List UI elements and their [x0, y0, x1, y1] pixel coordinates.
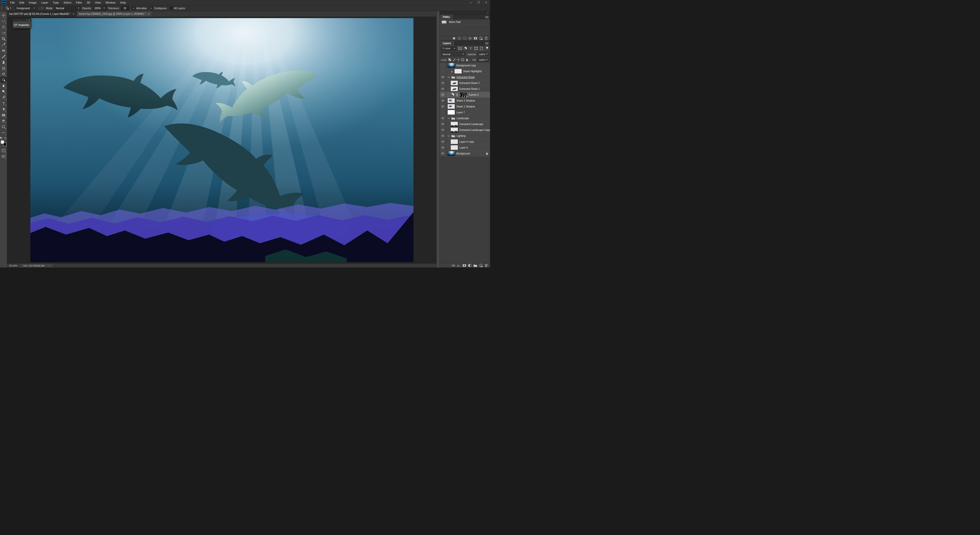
close-button[interactable]: ✕	[482, 0, 490, 5]
close-tab-icon[interactable]: ✕	[148, 13, 150, 15]
visibility-toggle[interactable]	[440, 86, 446, 92]
tab-paths[interactable]: Paths	[440, 14, 453, 19]
properties-panel[interactable]: » ✕ Properties	[13, 18, 32, 28]
opacity-select[interactable]: 100%	[93, 6, 106, 11]
canvas-viewport[interactable]: » ✕ Properties	[7, 17, 436, 263]
layer-row-shark-highlights[interactable]: Shark Highlights	[440, 68, 490, 74]
close-tab-icon[interactable]: ✕	[73, 13, 75, 15]
pattern-picker[interactable]	[38, 6, 45, 11]
tool-brush[interactable]	[0, 53, 6, 59]
document-tab-2[interactable]: mount-fuji-2305606_1920.jpg @ 200% (Laye…	[77, 11, 152, 17]
menu-view[interactable]: View	[93, 0, 103, 5]
fill-path-icon[interactable]	[452, 37, 456, 40]
menu-edit[interactable]: Edit	[17, 0, 27, 5]
visibility-toggle[interactable]	[440, 80, 446, 86]
tool-crop[interactable]	[0, 36, 6, 41]
blend-mode-select[interactable]: Normal	[441, 52, 466, 56]
tolerance-input[interactable]: 32	[121, 6, 129, 11]
layer-row-layer-7[interactable]: Layer 7	[440, 110, 490, 115]
checkbox-all-layers[interactable]: All Layers	[170, 6, 185, 10]
canvas-image[interactable]	[30, 18, 414, 262]
layer-thumbnail[interactable]	[447, 151, 455, 156]
visibility-toggle[interactable]	[440, 133, 446, 139]
checkbox-contiguous[interactable]: ✓Contiguous	[150, 6, 167, 10]
layer-row-layer-6[interactable]: Layer 6	[440, 145, 490, 151]
layer-row-layer-6-copy[interactable]: Layer 6 copy	[440, 139, 490, 145]
close-icon[interactable]: ✕	[29, 19, 30, 21]
visibility-toggle[interactable]	[440, 127, 446, 133]
path-operations-icon[interactable]	[468, 37, 472, 40]
swap-colors-icon[interactable]	[4, 137, 6, 139]
layer-thumbnail[interactable]	[450, 86, 458, 91]
panel-menu-icon[interactable]	[485, 42, 488, 45]
layer-thumbnail[interactable]	[454, 68, 462, 74]
tool-dodge[interactable]	[0, 89, 6, 94]
document-tab-1[interactable]: hai-3347787.psd @ 83.3% (Curves 1, Layer…	[7, 11, 77, 17]
tool-hand[interactable]	[0, 118, 6, 124]
new-layer-icon[interactable]	[479, 264, 483, 267]
tool-pen[interactable]	[0, 94, 6, 100]
filter-smart-object-icon[interactable]	[479, 46, 484, 50]
tool-type[interactable]: T	[0, 100, 6, 106]
filter-kind-select[interactable]: Kind	[441, 46, 457, 51]
quick-mask-button[interactable]	[0, 148, 6, 153]
layer-row-shark-2-shadow[interactable]: Shark 2 Shadow	[440, 98, 490, 103]
checkbox-box[interactable]: ✓	[150, 6, 153, 10]
tool-path-selection[interactable]	[0, 106, 6, 112]
restore-button[interactable]: ❐	[475, 0, 482, 5]
new-group-icon[interactable]	[473, 264, 477, 267]
tool-paint-bucket[interactable]	[0, 77, 6, 83]
layer-thumbnail[interactable]	[447, 110, 455, 115]
layer-thumbnail[interactable]	[450, 127, 458, 132]
visibility-toggle[interactable]	[440, 145, 446, 150]
chevron-down-icon[interactable]	[447, 135, 450, 137]
layer-thumbnail[interactable]	[447, 104, 455, 109]
lock-transparency-icon[interactable]	[448, 58, 451, 61]
menu-select[interactable]: Select	[61, 0, 74, 5]
link-layers-icon[interactable]	[452, 264, 455, 267]
layer-thumbnail[interactable]	[450, 139, 458, 144]
checkbox-anti-alias[interactable]: ✓Anti-alias	[132, 6, 147, 10]
visibility-toggle[interactable]	[440, 98, 446, 103]
minimize-button[interactable]: —	[467, 0, 475, 5]
layer-thumbnail[interactable]	[447, 98, 455, 103]
layer-thumbnail[interactable]	[450, 80, 458, 86]
load-selection-icon[interactable]	[463, 37, 466, 40]
visibility-toggle[interactable]	[440, 62, 446, 68]
panel-menu-icon[interactable]	[485, 16, 488, 18]
layer-thumbnail[interactable]	[450, 145, 458, 150]
new-adjustment-layer-icon[interactable]	[468, 264, 472, 267]
delete-path-icon[interactable]	[484, 37, 488, 40]
layer-row-lighting[interactable]: Lighting	[440, 133, 490, 139]
tool-rectangle[interactable]	[0, 112, 6, 118]
layer-style-icon[interactable]: fx	[457, 264, 461, 267]
document-size-info[interactable]: Doc: 23.7M/166.9M ›	[19, 264, 54, 268]
fill-source-select[interactable]: Foreground	[15, 6, 36, 11]
tool-history-brush[interactable]	[0, 65, 6, 71]
path-item-work-path[interactable]: Work Path	[440, 19, 490, 25]
layer-thumbnail[interactable]	[447, 63, 455, 68]
filter-image-icon[interactable]	[458, 46, 462, 50]
layer-fill-field[interactable]: 100%	[477, 58, 489, 62]
layer-mask-thumbnail[interactable]	[460, 92, 467, 97]
menu-window[interactable]: Window	[103, 0, 118, 5]
filter-toggle-icon[interactable]	[485, 46, 489, 50]
menu-filter[interactable]: Filter	[73, 0, 84, 5]
tab-layers[interactable]: Layers	[440, 41, 454, 46]
tool-eraser[interactable]	[0, 71, 6, 77]
mask-from-path-icon[interactable]	[474, 37, 477, 40]
path-thumbnail[interactable]	[441, 20, 447, 24]
lock-pixels-icon[interactable]	[452, 58, 455, 61]
mode-select[interactable]: Normal	[55, 6, 81, 11]
collapse-panel-icon[interactable]: »	[26, 19, 27, 21]
chevron-right-icon[interactable]: ›	[49, 264, 50, 267]
layer-row-landscape[interactable]: Landscape	[440, 115, 490, 121]
filter-adjustment-icon[interactable]	[463, 46, 467, 50]
new-path-icon[interactable]	[479, 37, 483, 40]
collapse-panels-icon[interactable]: »	[487, 11, 488, 14]
filter-type-icon[interactable]: T	[469, 46, 473, 50]
visibility-toggle[interactable]	[440, 68, 446, 74]
delete-layer-icon[interactable]	[484, 264, 488, 267]
foreground-color-swatch[interactable]	[1, 140, 4, 144]
menu-layer[interactable]: Layer	[39, 0, 51, 5]
